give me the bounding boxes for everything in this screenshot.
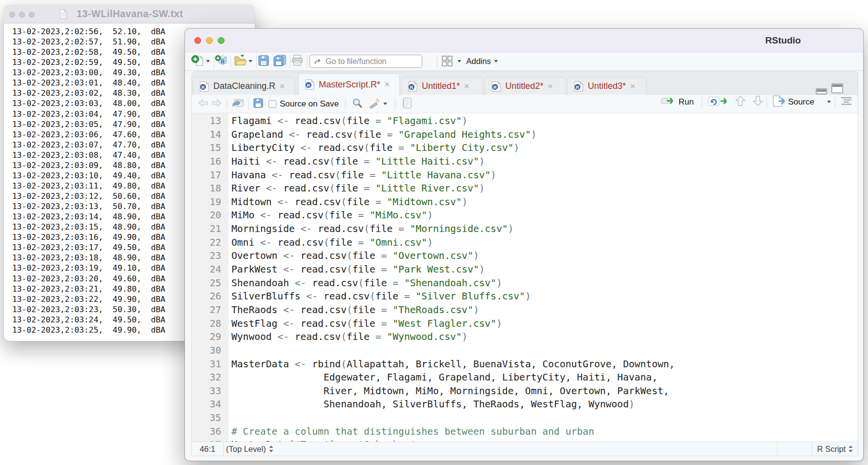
- goto-file-search[interactable]: [310, 55, 422, 68]
- find-replace-icon[interactable]: [352, 98, 363, 110]
- tab-untitled2[interactable]: R Untitled2*×: [485, 77, 565, 95]
- addins-button[interactable]: Addins: [466, 57, 491, 66]
- code-line-23: 23Overtown <- read.csv(file = "Overtown.…: [192, 249, 858, 263]
- code-line-37: 37MasterData['Type'] <- 'Suburban': [192, 438, 858, 442]
- code-line-13: 13Flagami <- read.csv(file = "Flagami.cs…: [192, 114, 858, 128]
- code-line-27: 27TheRaods <- read.csv(file = "TheRoads.…: [192, 303, 858, 317]
- r-file-icon: R: [491, 81, 501, 92]
- code-line-31: 31MasterData <- rbind(Allapattah, Bricke…: [192, 358, 858, 371]
- save-icon[interactable]: [258, 55, 269, 68]
- zoom-window-button[interactable]: [218, 37, 225, 44]
- tab-label: Untitled2*: [505, 81, 543, 91]
- code-line-30: 30: [192, 344, 858, 358]
- close-window-button[interactable]: [194, 37, 201, 44]
- compile-report-icon[interactable]: [402, 98, 413, 110]
- maximize-pane-icon[interactable]: [831, 84, 843, 95]
- print-icon[interactable]: [291, 55, 303, 68]
- file-type-stepper-icon: [848, 445, 853, 452]
- minimize-window-button[interactable]: [19, 12, 25, 18]
- goto-arrow-icon: [314, 58, 323, 65]
- document-outline-icon[interactable]: [840, 97, 853, 107]
- open-in-new-window-icon[interactable]: [231, 98, 244, 110]
- close-tab-icon[interactable]: ×: [548, 82, 553, 91]
- r-file-icon: R: [408, 81, 417, 92]
- main-toolbar: R: [185, 52, 863, 71]
- save-all-icon[interactable]: [273, 55, 286, 68]
- scope-stepper-icon: [269, 445, 273, 452]
- close-window-button[interactable]: [9, 12, 15, 18]
- rstudio-window-title: RStudio: [765, 35, 801, 46]
- rstudio-window: RStudio R: [185, 28, 864, 461]
- rerun-icon[interactable]: [708, 96, 728, 108]
- code-line-25: 25Shenandoah <- read.csv(file = "Shenand…: [192, 276, 858, 290]
- tab-untitled1[interactable]: R Untitled1*×: [401, 77, 483, 95]
- code-line-14: 14Grapeland <- read.csv(file = "Grapelan…: [192, 128, 858, 142]
- source-button[interactable]: Source: [788, 97, 814, 107]
- code-line-33: 33 River, Midtown, MiMo, Morningside, Om…: [192, 384, 858, 398]
- text-window-titlebar: 13-WLilHavana-SW.txt: [4, 5, 255, 23]
- code-line-15: 15LibertyCity <- read.csv(file = "Libert…: [192, 141, 858, 155]
- svg-text:R: R: [307, 83, 310, 88]
- svg-text:R: R: [576, 85, 579, 90]
- zoom-window-button[interactable]: [29, 12, 35, 18]
- cursor-position: 46:1: [192, 442, 224, 456]
- pane-layout-icon[interactable]: [441, 54, 454, 69]
- close-tab-icon[interactable]: ×: [385, 80, 390, 89]
- forward-icon[interactable]: [211, 98, 222, 110]
- tab-untitled3[interactable]: R Untitled3*×: [567, 77, 646, 95]
- goto-file-input[interactable]: [326, 57, 413, 66]
- file-type-selector[interactable]: R Script: [812, 442, 858, 456]
- svg-text:R: R: [494, 85, 497, 90]
- new-project-icon[interactable]: R: [215, 54, 228, 69]
- scope-selector[interactable]: (Top Level): [226, 442, 273, 456]
- code-line-22: 22Omni <- read.csv(file = "Omni.csv"): [192, 236, 858, 250]
- source-icon[interactable]: [771, 95, 786, 109]
- code-line-16: 16Haiti <- read.csv(file = "Little Haiti…: [192, 155, 858, 169]
- new-file-icon[interactable]: [191, 54, 204, 69]
- close-tab-icon[interactable]: ×: [280, 82, 285, 91]
- tab-label: Untitled1*: [422, 81, 460, 91]
- tab-datacleaningr[interactable]: R DataCleaning.R×: [193, 77, 295, 95]
- code-line-20: 20MiMo <- read.csv(file = "MiMo.csv"): [192, 209, 858, 222]
- text-window-title: 13-WLilHavana-SW.txt: [77, 8, 183, 20]
- source-pane: R DataCleaning.R× R MasterScript.R*× R U…: [191, 71, 858, 456]
- code-tools-icon[interactable]: [369, 98, 380, 110]
- code-line-17: 17Havana <- read.csv(file = "Little Hava…: [192, 169, 858, 182]
- editor-statusbar: 46:1 (Top Level) R Script: [192, 442, 858, 456]
- document-icon: [59, 9, 67, 21]
- r-file-icon: R: [305, 79, 314, 90]
- code-line-18: 18River <- read.csv(file = "Little River…: [192, 182, 858, 195]
- tab-label: Untitled3*: [588, 81, 626, 91]
- code-line-26: 26SilverBluffs <- read.csv(file = "Silve…: [192, 290, 858, 303]
- close-tab-icon[interactable]: ×: [630, 82, 635, 91]
- minimize-window-button[interactable]: [206, 37, 213, 44]
- code-line-35: 35: [192, 411, 858, 425]
- code-line-34: 34 Shenandoah, SilverBluffs, TheRaods, W…: [192, 398, 858, 411]
- run-button[interactable]: Run: [679, 97, 694, 107]
- save-icon[interactable]: [253, 98, 263, 110]
- code-tools-dropdown[interactable]: [383, 103, 387, 105]
- new-file-dropdown[interactable]: [206, 60, 210, 63]
- close-tab-icon[interactable]: ×: [464, 82, 469, 91]
- svg-text:R: R: [202, 85, 205, 90]
- code-editor[interactable]: 13Flagami <- read.csv(file = "Flagami.cs…: [192, 113, 858, 442]
- code-line-21: 21Morningside <- read.csv(file = "Mornin…: [192, 222, 858, 236]
- source-dropdown[interactable]: [827, 101, 831, 103]
- addins-dropdown[interactable]: [494, 60, 498, 63]
- source-on-save-checkbox[interactable]: [269, 100, 276, 108]
- editor-tabbar: R DataCleaning.R× R MasterScript.R*× R U…: [192, 72, 858, 95]
- go-to-next-section-icon[interactable]: [752, 95, 764, 108]
- tab-masterscriptr[interactable]: R MasterScript.R*×: [298, 73, 400, 95]
- code-line-19: 19Midtown <- read.csv(file = "Midtown.cs…: [192, 195, 858, 209]
- code-line-24: 24ParkWest <- read.csv(file = "Park West…: [192, 263, 858, 276]
- back-icon[interactable]: [198, 98, 209, 110]
- rstudio-titlebar: RStudio: [185, 29, 863, 52]
- run-icon[interactable]: [661, 96, 677, 108]
- code-line-29: 29Wynwood <- read.csv(file = "Wynwood.cs…: [192, 330, 858, 344]
- go-to-previous-section-icon[interactable]: [735, 95, 746, 108]
- r-file-icon: R: [574, 81, 583, 92]
- open-file-icon[interactable]: [234, 55, 247, 68]
- pane-layout-dropdown[interactable]: [457, 60, 461, 63]
- open-file-dropdown[interactable]: [248, 60, 252, 63]
- svg-text:R: R: [221, 59, 225, 64]
